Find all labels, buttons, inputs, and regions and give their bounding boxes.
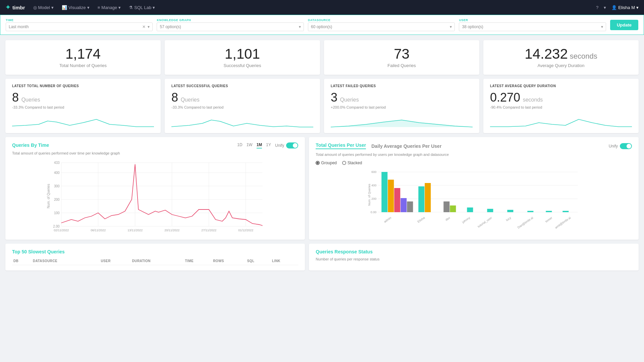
chevron-down-icon: ▾ (148, 24, 150, 29)
stat-card-successful: 1,101 Successful Queries (165, 40, 320, 75)
svg-marker-0 (331, 120, 473, 127)
radio-stacked[interactable]: Stacked (342, 161, 362, 165)
table-header-row: DB DATASOURCE USER DURATION TIME ROWS SQ… (12, 257, 298, 265)
queries-per-user-title[interactable]: Total Queries Per User (316, 142, 366, 149)
user-unify-label: Unify (609, 144, 618, 148)
svg-text:300: 300 (54, 184, 60, 188)
col-time: TIME (184, 257, 212, 265)
duration-label: Average Query Duration (491, 63, 631, 68)
svg-rect-46 (507, 210, 514, 212)
col-sql: SQL (246, 257, 271, 265)
latest-failed-compare: +200.0% Compared to last period (331, 105, 473, 109)
ds-filter-select[interactable]: 60 option(s) ▾ (308, 22, 455, 31)
update-button[interactable]: Update (610, 20, 638, 30)
queries-by-time-title: Queries By Time (12, 142, 49, 148)
svg-rect-38 (401, 198, 407, 212)
nav-model[interactable]: ◎ Model ▾ (33, 5, 54, 10)
time-filter-select[interactable]: Last month ✕ ▾ (6, 22, 153, 31)
svg-text:0.00: 0.00 (371, 210, 377, 214)
tab-1w[interactable]: 1W (247, 142, 253, 148)
duration-unit: seconds (570, 52, 597, 61)
svg-text:tomer: tomer (545, 216, 553, 223)
queries-by-time-card: Queries By Time 1D 1W 1M 1Y Unify Total … (5, 137, 305, 240)
user-chart-controls: Total Queries Per User Daily Average Que… (316, 142, 632, 150)
response-status-card: Queries Response Status Number of querie… (309, 244, 639, 270)
total-queries-value: 1,174 (13, 47, 153, 61)
latest-total-graph (12, 113, 154, 128)
svg-text:2.00: 2.00 (53, 225, 60, 228)
svg-text:lucy: lucy (505, 216, 512, 222)
svg-text:13/11/2022: 13/11/2022 (127, 229, 143, 232)
latest-failed-title: LATEST FAILED QUERIES (331, 84, 473, 88)
svg-text:amit@timbr.ai: amit@timbr.ai (554, 216, 572, 229)
latest-successful-value: 8 (171, 90, 178, 104)
latest-total-value: 8 (12, 90, 19, 104)
nav-visualize-icon: 📊 (62, 5, 67, 10)
latest-duration-card: LATEST AVERAGE QUERY DURATION 0.270 seco… (483, 79, 639, 133)
user-menu[interactable]: 👤 Elisha M ▾ (611, 5, 639, 10)
bottom-row: Top 50 Slowest Queries DB DATASOURCE USE… (5, 244, 639, 270)
svg-text:06/11/2022: 06/11/2022 (91, 229, 106, 232)
svg-rect-35 (382, 172, 388, 212)
successful-value: 1,101 (173, 47, 312, 61)
svg-rect-36 (388, 180, 394, 212)
svg-text:johnny: johnny (462, 216, 471, 224)
latest-failed-unit: Queries (340, 97, 359, 103)
svg-text:600: 600 (372, 170, 377, 174)
queries-per-user-card: Total Queries Per User Daily Average Que… (309, 137, 639, 240)
logo-text: timbr (12, 5, 25, 10)
nav-sqllab[interactable]: ⚗ SQL Lab ▾ (129, 5, 155, 10)
latest-failed-graph (331, 113, 473, 128)
clear-icon[interactable]: ✕ (142, 24, 146, 29)
svg-text:200: 200 (372, 197, 377, 200)
logo-icon: ✦ (5, 4, 10, 11)
total-queries-label: Total Number of Queries (13, 63, 153, 68)
user-filter-label: USER (459, 18, 606, 22)
latest-successful-graph (171, 113, 313, 128)
kg-filter-select[interactable]: 57 option(s) ▾ (157, 22, 304, 31)
stat-card-failed: 73 Failed Queries (324, 40, 479, 75)
svg-text:tutorial_user: tutorial_user (477, 216, 493, 228)
failed-label: Failed Queries (332, 63, 471, 68)
svg-text:01/12/2022: 01/12/2022 (238, 229, 253, 232)
svg-rect-39 (407, 201, 413, 212)
user-unify-toggle[interactable] (620, 143, 632, 149)
nav-sqllab-icon: ⚗ (129, 5, 133, 10)
main-content: 1,174 Total Number of Queries 1,101 Succ… (0, 35, 644, 276)
daily-avg-tab[interactable]: Daily Average Queries Per User (371, 143, 441, 149)
col-duration: DURATION (131, 257, 184, 265)
user-filter-select[interactable]: 38 option(s) ▾ (459, 22, 606, 31)
latest-successful-title: LATEST SUCCESSFUL QUERIES (171, 84, 313, 88)
slowest-queries-card: Top 50 Slowest Queries DB DATASOURCE USE… (5, 244, 305, 270)
nav-visualize[interactable]: 📊 Visualize ▾ (62, 5, 90, 10)
unify-label: Unify (275, 143, 284, 148)
latest-total-card: LATEST TOTAL NUMBER OF QUERIES 8 Queries… (5, 79, 161, 133)
latest-duration-compare: -90.4% Compared to last period (490, 105, 632, 109)
queries-by-time-subtitle: Total amount of queries performed over t… (12, 151, 298, 155)
latest-successful-compare: -33.3% Compared to last period (171, 105, 313, 109)
svg-text:02/11/2022: 02/11/2022 (54, 229, 69, 232)
slowest-queries-title: Top 50 Slowest Queries (12, 249, 298, 254)
slowest-queries-table: DB DATASOURCE USER DURATION TIME ROWS SQ… (12, 257, 298, 265)
latest-total-compare: -33.3% Compared to last period (12, 105, 154, 109)
svg-text:400: 400 (372, 184, 377, 187)
tab-1d[interactable]: 1D (237, 142, 242, 148)
svg-text:dax: dax (445, 216, 451, 222)
latest-successful-card: LATEST SUCCESSFUL QUERIES 8 Queries -33.… (165, 79, 320, 133)
help-icon[interactable]: ? (596, 5, 598, 10)
radio-grouped[interactable]: Grouped (316, 161, 337, 165)
user-unify-toggle-wrap: Unify (609, 143, 632, 149)
time-filter-label: TIME (6, 18, 153, 22)
nav-manage[interactable]: ≡ Manage ▾ (98, 5, 121, 10)
response-status-subtitle: Number of queries per response status (316, 257, 632, 261)
ds-filter-group: DATASOURCE 60 option(s) ▾ (308, 18, 455, 31)
chart-controls: Queries By Time 1D 1W 1M 1Y Unify (12, 142, 298, 148)
svg-rect-37 (394, 188, 400, 212)
stat-card-duration: 14.232 seconds Average Query Duration (483, 40, 639, 75)
tab-1y[interactable]: 1Y (266, 142, 271, 148)
unify-toggle[interactable] (286, 142, 298, 148)
latest-total-unit: Queries (21, 97, 40, 103)
user-filter-group: USER 38 option(s) ▾ (459, 18, 606, 31)
col-link: LINK (271, 257, 298, 265)
tab-1m[interactable]: 1M (257, 142, 262, 148)
